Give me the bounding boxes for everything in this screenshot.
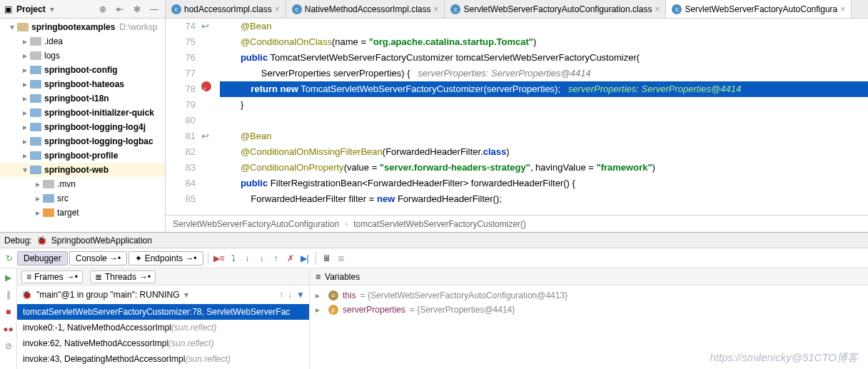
close-icon[interactable]: × [840,4,845,14]
step-out-icon[interactable]: ↑ [270,252,283,265]
tree-root[interactable]: ▾ springbootexamples D:\worksp [0,20,165,34]
console-tab[interactable]: Console →• [69,251,128,266]
tree-item[interactable]: ▸springboot-hateoas [0,77,165,91]
anno-col[interactable]: ↩ ↩ [201,19,216,215]
target-icon[interactable]: ⊕ [96,3,109,16]
class-file-icon: c [292,4,302,14]
variable-row[interactable]: ▸pserverProperties = {ServerProperties@4… [316,303,862,317]
tree-item[interactable]: ▸.idea [0,34,165,49]
class-file-icon: c [672,4,682,14]
variables-panel: ≡ Variables ▸≡this = {ServletWebServerFa… [310,268,868,369]
close-icon[interactable]: × [433,4,438,14]
debug-header: Debug: 🐞 SpringbootWebApplication [0,233,868,248]
frames-panel: ≡ Frames →• ≣ Threads →• 🐞 "main"@1 in g… [17,268,310,369]
editor-tabs: chodAccessorImpl.class×cNativeMethodAcce… [166,0,868,19]
variable-row[interactable]: ▸≡this = {ServletWebServerFactoryAutoCon… [316,288,862,303]
tree-item[interactable]: ▸springboot-profile [0,148,165,163]
bug-icon: 🐞 [36,236,47,246]
code-area[interactable]: 747576777879808182838485 ↩ ↩ @Bean @Cond… [166,19,868,215]
breadcrumb-class[interactable]: ServletWebServerFactoryAutoConfiguration [173,219,339,229]
stack-frames[interactable]: tomcatServletWebServerFactoryCustomizer:… [17,304,309,369]
force-step-into-icon[interactable]: ↓ [256,252,268,265]
class-file-icon: c [171,4,181,14]
settings-icon[interactable]: ✻ [131,3,143,16]
show-exec-point-icon[interactable]: ▶≡ [213,252,226,265]
debug-toolbar: ↻ Debugger Console →• ✦ Endpoints →• ▶≡ … [0,248,868,268]
variables-label: Variables [325,272,360,282]
code[interactable]: @Bean @ConditionalOnClass(name = "org.ap… [216,19,868,215]
tree-item[interactable]: ▸src [0,191,165,206]
stop-icon[interactable]: ■ [2,305,15,318]
tree-item[interactable]: ▾springboot-web [0,163,165,177]
tree-item[interactable]: ▸springboot-logging-logbac [0,134,165,148]
pause-icon[interactable]: ∥ [2,288,15,301]
stack-frame[interactable]: tomcatServletWebServerFactoryCustomizer:… [17,304,309,320]
resume-icon[interactable]: ▶ [2,271,15,284]
thread-name: "main"@1 in group "main": RUNNING [36,290,180,300]
breadcrumb-method[interactable]: tomcatServletWebServerFactoryCustomizer(… [353,219,526,229]
tree-item[interactable]: ▸springboot-logging-log4j [0,120,165,134]
endpoints-tab[interactable]: ✦ Endpoints →• [128,251,203,266]
tree-item[interactable]: ▸springboot-initializer-quick [0,106,165,120]
project-tool-window: ▣ Project ▾ ⊕ ⇤ ✻ — ▾ springbootexamples… [0,0,166,232]
stack-frame[interactable]: invoke:43, DelegatingMethodAccessorImpl … [17,351,309,367]
tree-item[interactable]: ▸springboot-config [0,63,165,77]
thread-selector[interactable]: 🐞 "main"@1 in group "main": RUNNING ▾ ↑ … [17,285,309,304]
editor-tab[interactable]: cServletWebServerFactoryAutoConfiguratio… [445,0,666,18]
threads-tab[interactable]: ≣ Threads →• [90,271,156,283]
debugger-tab[interactable]: Debugger [17,251,68,266]
next-frame-icon[interactable]: ↓ [288,290,292,300]
editor-tab[interactable]: cNativeMethodAccessorImpl.class× [286,0,445,18]
stack-frame[interactable]: invoke0:-1, NativeMethodAccessorImpl (su… [17,320,309,335]
vars-icon: ≡ [316,272,321,282]
debug-tool-window: Debug: 🐞 SpringbootWebApplication ↻ Debu… [0,232,868,369]
drop-frame-icon[interactable]: ✗ [284,252,297,265]
hide-icon[interactable]: — [148,3,161,16]
breadcrumb[interactable]: ServletWebServerFactoryAutoConfiguration… [166,215,868,232]
close-icon[interactable]: × [275,4,280,14]
frames-tab[interactable]: ≡ Frames →• [21,271,83,283]
view-breakpoints-icon[interactable]: ●● [2,323,15,335]
project-icon: ▣ [4,4,12,14]
tree-item[interactable]: ▸logs [0,49,165,63]
gutter[interactable]: 747576777879808182838485 [166,19,201,215]
tree-item[interactable]: ▸.mvn [0,177,165,191]
step-over-icon[interactable]: ⤵ [227,252,240,265]
debug-label: Debug: [4,236,32,246]
filter-icon[interactable]: ▼ [296,290,305,300]
bug-icon: 🐞 [21,290,32,300]
close-icon[interactable]: × [655,4,660,14]
editor-panel: chodAccessorImpl.class×cNativeMethodAcce… [166,0,868,232]
step-into-icon[interactable]: ↓ [241,252,254,265]
stack-frame[interactable]: invoke:62, NativeMethodAccessorImpl (sun… [17,335,309,351]
prev-frame-icon[interactable]: ↑ [279,290,283,300]
variables-tree[interactable]: ▸≡this = {ServletWebServerFactoryAutoCon… [310,285,868,320]
run-to-cursor-icon[interactable]: ▶| [298,252,311,265]
evaluate-icon[interactable]: 🖩 [321,252,333,265]
collapse-icon[interactable]: ⇤ [113,3,126,16]
project-tree[interactable]: ▾ springbootexamples D:\worksp ▸.idea▸lo… [0,19,165,232]
class-file-icon: c [450,4,460,14]
editor-tab[interactable]: chodAccessorImpl.class× [166,0,286,18]
run-config-name[interactable]: SpringbootWebApplication [51,236,152,246]
mute-breakpoints-icon[interactable]: ⊘ [2,340,15,353]
debug-left-buttons: ▶ ∥ ■ ●● ⊘ [0,268,17,369]
trace-icon[interactable]: ≣ [335,252,348,265]
editor-tab[interactable]: cServletWebServerFactoryAutoConfigura× [666,0,852,18]
project-title: Project [16,4,46,14]
folder-icon [17,23,29,31]
breadcrumb-sep: › [345,219,348,229]
tree-item[interactable]: ▸springboot-i18n [0,91,165,106]
tree-item[interactable]: ▸target [0,206,165,220]
rerun-icon[interactable]: ↻ [3,252,16,265]
project-header: ▣ Project ▾ ⊕ ⇤ ✻ — [0,0,165,19]
